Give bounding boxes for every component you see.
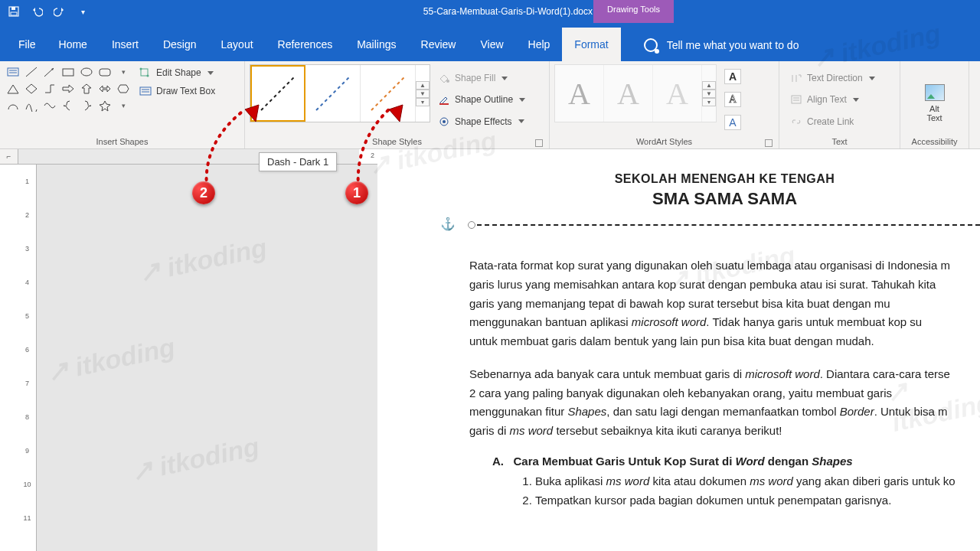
shape-brace-left-icon[interactable] xyxy=(60,98,77,113)
wordart-gallery[interactable]: A A A ▲▼▾ xyxy=(554,64,717,122)
group-shape-styles: ▲▼▾ Shape Fill Shape Outline Shape Effec… xyxy=(245,61,550,148)
shape-elbow-icon[interactable] xyxy=(41,81,58,96)
tab-layout[interactable]: Layout xyxy=(209,28,266,61)
wordart-scroll[interactable]: ▲▼▾ xyxy=(702,81,716,106)
save-icon[interactable] xyxy=(8,5,20,18)
tab-format[interactable]: Format xyxy=(562,28,620,61)
tab-help[interactable]: Help xyxy=(516,28,563,61)
style-preset-dash-orange[interactable] xyxy=(361,65,416,122)
tab-view[interactable]: View xyxy=(468,28,515,61)
wordart-preset-3[interactable]: A xyxy=(653,65,702,122)
shape-handle[interactable] xyxy=(468,221,475,229)
shape-line-icon[interactable] xyxy=(23,64,40,80)
anchor-icon: ⚓ xyxy=(440,217,456,231)
shape-diamond-icon[interactable] xyxy=(23,81,40,96)
page-gutter xyxy=(37,149,377,551)
window-title: 55-Cara-Membuat-Garis-Di-Word(1).docx - … xyxy=(96,6,980,17)
shape-arc-icon[interactable] xyxy=(5,98,21,113)
customize-qat-icon[interactable]: ▾ xyxy=(77,5,89,18)
shape-styles-gallery[interactable]: ▲▼▾ xyxy=(250,64,430,122)
group-accessibility: Alt Text Accessibility xyxy=(900,61,969,148)
redo-icon[interactable] xyxy=(54,5,66,18)
group-insert-shapes: ▾ ▾ Edit Shape xyxy=(0,61,245,148)
shape-hexagon-icon[interactable] xyxy=(115,81,132,96)
group-text: Text Direction Align Text Create Link Te… xyxy=(779,61,900,148)
svg-rect-1 xyxy=(11,7,15,10)
group-label-shape-styles: Shape Styles xyxy=(250,135,544,148)
svg-rect-26 xyxy=(792,96,801,103)
shape-triangle-icon[interactable] xyxy=(5,81,21,96)
effects-icon xyxy=(438,116,450,127)
shape-line-arrow-icon[interactable] xyxy=(41,64,58,80)
svg-point-20 xyxy=(446,80,449,83)
tab-file[interactable]: File xyxy=(8,28,47,61)
svg-line-6 xyxy=(26,67,37,77)
group-label-wordart: WordArt Styles xyxy=(554,135,774,148)
tab-mailings[interactable]: Mailings xyxy=(345,28,408,61)
text-effects-button[interactable]: A xyxy=(724,115,741,130)
svg-line-17 xyxy=(261,77,295,110)
shape-rectangle-icon[interactable] xyxy=(60,64,77,80)
doc-section-a: A. Cara Membuat Garis Untuk Kop Surat di… xyxy=(492,455,980,468)
gallery-scroll[interactable]: ▲▼▾ xyxy=(416,81,430,106)
tab-design[interactable]: Design xyxy=(151,28,209,61)
style-preset-dash-blue[interactable] xyxy=(305,65,361,122)
text-direction-label: Text Direction xyxy=(807,73,863,83)
dialog-launcher-icon[interactable] xyxy=(535,139,543,147)
shape-outline-button[interactable]: Shape Outline xyxy=(438,94,525,105)
create-link-button[interactable]: Create Link xyxy=(790,116,875,127)
tab-insert[interactable]: Insert xyxy=(100,28,151,61)
undo-icon[interactable] xyxy=(31,5,43,18)
edit-shape-button[interactable]: Edit Shape xyxy=(139,67,215,78)
shape-curve-icon[interactable] xyxy=(23,98,40,113)
shape-freeform-icon[interactable] xyxy=(41,98,58,113)
text-fill-button[interactable]: A xyxy=(724,69,741,84)
shape-up-arrow-icon[interactable] xyxy=(78,81,95,96)
tab-home[interactable]: Home xyxy=(47,28,100,61)
wordart-preset-1[interactable]: A xyxy=(555,65,604,122)
svg-point-13 xyxy=(147,75,149,77)
dialog-launcher-wordart-icon[interactable] xyxy=(765,139,773,147)
shape-effects-button[interactable]: Shape Effects xyxy=(438,116,525,127)
shape-oval-icon[interactable] xyxy=(78,64,95,80)
shape-outline-label: Shape Outline xyxy=(455,94,513,105)
shape-star-icon[interactable] xyxy=(96,98,113,113)
tell-me-placeholder: Tell me what you want to do xyxy=(667,39,799,51)
draw-text-box-button[interactable]: Draw Text Box xyxy=(139,86,215,96)
document-page[interactable]: SEKOLAH MENENGAH KE TENGAH SMA SAMA SAMA… xyxy=(377,149,980,551)
style-preset-dash-dark1[interactable] xyxy=(250,65,305,122)
shape-double-arrow-icon[interactable] xyxy=(96,81,113,96)
svg-rect-14 xyxy=(140,87,151,95)
shape-more-icon[interactable]: ▾ xyxy=(115,98,132,113)
scroll-down-icon[interactable]: ▼ xyxy=(416,90,430,98)
text-outline-button[interactable]: A xyxy=(724,92,741,107)
shapes-gallery[interactable]: ▾ ▾ xyxy=(5,64,132,135)
wordart-preset-2[interactable]: A xyxy=(604,65,653,122)
group-wordart-styles: A A A ▲▼▾ A A A WordArt Styles xyxy=(550,61,779,148)
scroll-up-icon[interactable]: ▲ xyxy=(416,81,430,90)
inserted-dashed-line-shape[interactable]: ⚓ xyxy=(469,224,980,226)
shape-fill-button[interactable]: Shape Fill xyxy=(438,73,525,83)
ruler-corner[interactable]: ⌐ xyxy=(0,149,18,165)
tab-references[interactable]: References xyxy=(266,28,345,61)
scroll-more-icon[interactable]: ▾ xyxy=(416,98,430,106)
paint-bucket-icon xyxy=(438,73,450,83)
annotation-badge-2: 2 xyxy=(192,181,215,204)
alt-text-label: Alt Text xyxy=(926,104,942,122)
contextual-tab-drawing-tools: Drawing Tools xyxy=(593,0,674,23)
align-text-button[interactable]: Align Text xyxy=(790,94,875,105)
shape-right-arrow-icon[interactable] xyxy=(60,81,77,96)
vertical-ruler[interactable]: 1 2 3 4 5 6 7 8 9 10 11 xyxy=(18,149,37,551)
lightbulb-icon xyxy=(644,38,658,52)
tab-review[interactable]: Review xyxy=(409,28,469,61)
pencil-icon xyxy=(438,94,450,105)
alt-text-button[interactable]: Alt Text xyxy=(913,64,957,135)
shape-rounded-rect-icon[interactable] xyxy=(96,64,113,80)
shape-more-row1-icon[interactable]: ▾ xyxy=(115,64,132,80)
shape-textbox-icon[interactable] xyxy=(5,64,21,80)
draw-text-box-label: Draw Text Box xyxy=(156,86,215,96)
shape-brace-right-icon[interactable] xyxy=(78,98,95,113)
edit-shape-icon xyxy=(139,67,152,78)
tell-me-search[interactable]: Tell me what you want to do xyxy=(621,38,815,61)
text-direction-button[interactable]: Text Direction xyxy=(790,73,875,83)
